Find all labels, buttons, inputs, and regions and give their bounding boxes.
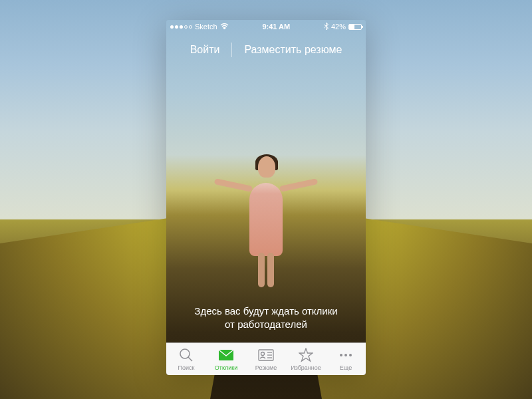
empty-state-text: Здесь вас будут ждать отклики от работод…: [174, 305, 358, 332]
search-icon: [178, 347, 194, 363]
svg-line-1: [188, 357, 192, 361]
tab-label: Резюме: [255, 364, 277, 371]
wifi-icon: [220, 23, 229, 31]
battery-pct: 42%: [331, 23, 346, 31]
phone-frame: Sketch 9:41 AM 42% Войти Разместить резю…: [166, 20, 366, 375]
battery-icon: [348, 24, 362, 30]
status-time: 9:41 AM: [262, 23, 290, 31]
status-bar: Sketch 9:41 AM 42%: [166, 20, 366, 33]
empty-state-line1: Здесь вас будут ждать отклики: [174, 305, 358, 318]
resume-icon: [258, 347, 274, 363]
tab-label: Еще: [340, 364, 352, 371]
bluetooth-icon: [324, 23, 329, 31]
top-nav: Войти Разместить резюме: [166, 41, 366, 59]
more-icon: [338, 347, 354, 363]
tab-search[interactable]: Поиск: [166, 343, 206, 375]
login-link[interactable]: Войти: [178, 41, 232, 59]
hero-figure: [226, 120, 306, 293]
svg-point-4: [261, 352, 265, 356]
tab-label: Избранное: [291, 364, 321, 371]
envelope-icon: [218, 347, 234, 363]
tab-label: Отклики: [215, 364, 237, 371]
tab-label: Поиск: [178, 364, 195, 371]
tab-resumes[interactable]: Резюме: [246, 343, 286, 375]
post-resume-link[interactable]: Разместить резюме: [232, 41, 354, 59]
svg-point-8: [340, 354, 342, 356]
tab-favorites[interactable]: Избранное: [286, 343, 326, 375]
tab-responses[interactable]: Отклики: [206, 343, 246, 375]
svg-point-0: [180, 349, 190, 358]
svg-point-9: [344, 354, 347, 356]
svg-point-10: [349, 354, 352, 356]
tab-more[interactable]: Еще: [326, 343, 366, 375]
tab-bar: Поиск Отклики Резюме Избранное Еще: [166, 342, 366, 375]
empty-state-line2: от работодателей: [174, 318, 358, 331]
signal-dots-icon: [170, 25, 192, 29]
carrier-label: Sketch: [195, 23, 217, 31]
star-icon: [298, 347, 314, 363]
